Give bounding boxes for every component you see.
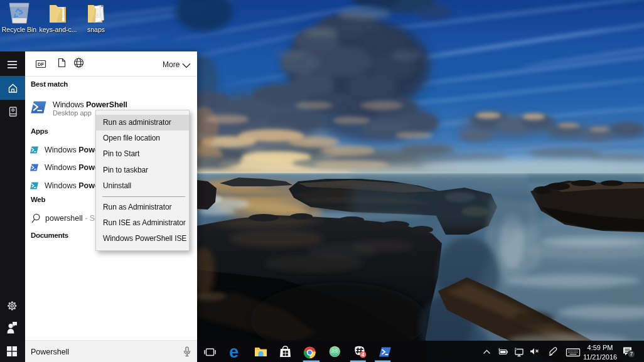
svg-text:e: e bbox=[229, 343, 239, 361]
svg-text:7: 7 bbox=[630, 351, 633, 357]
svg-text:DF: DF bbox=[38, 61, 44, 67]
svg-text:4: 4 bbox=[362, 351, 365, 358]
